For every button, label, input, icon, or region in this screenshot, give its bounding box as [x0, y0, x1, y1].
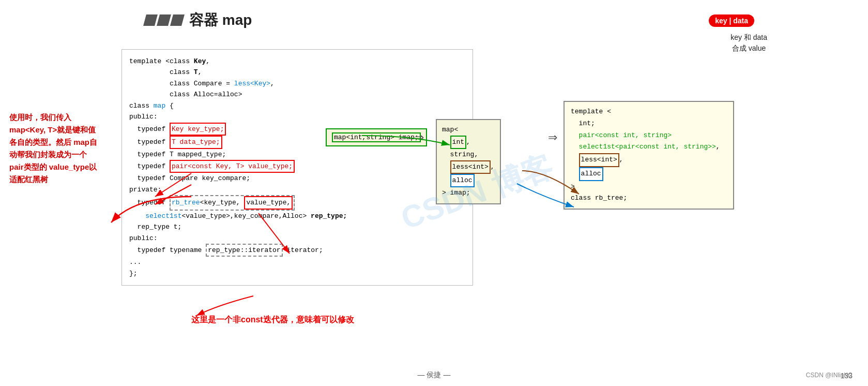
tmpl-close: > — [571, 181, 727, 193]
code-line-13b: select1st<value_type>,key_compare,Alloc>… — [129, 211, 465, 221]
bar-1 — [143, 14, 158, 26]
code-line-18: }; — [129, 268, 465, 279]
tmpl-alloc: alloc — [571, 167, 727, 181]
template-box: template < int; pair<const int, string> … — [564, 101, 734, 210]
tmpl-select: select1st<pair<const int, string>>, — [571, 141, 727, 153]
bar-3 — [170, 14, 185, 26]
code-line-9: typedef T mapped_type; — [129, 149, 465, 160]
bar-2 — [157, 14, 171, 26]
map-exp-close: > imap; — [442, 187, 495, 199]
code-line-10: typedef pair<const Key, T> value_type; — [129, 160, 465, 173]
code-line-2: class T, — [129, 67, 465, 78]
footer-center: — 侯捷 — — [418, 370, 451, 380]
code-line-4: class Alloc=alloc> — [129, 89, 465, 100]
arrow-1: ⇒ — [415, 131, 424, 144]
code-line-16: typedef typename rep_type::iterator iter… — [129, 244, 465, 257]
code-box: template <class Key, class T, class Comp… — [121, 49, 473, 286]
annotation-text: 这里是一个非const迭代器，意味着可以修改 — [191, 315, 354, 325]
tmpl-less: less<int>, — [571, 153, 727, 167]
tmpl-pair: pair<const int, string> — [571, 130, 727, 142]
tmpl-class: class rb_tree; — [571, 192, 727, 204]
footer-source: CSDN @INlinKC — [806, 372, 852, 379]
map-instance-text: map<int,string> imap; — [332, 132, 421, 142]
code-line-1: template <class Key, — [129, 56, 465, 67]
code-line-15: public: — [129, 233, 465, 244]
page-title: 容器 map — [189, 10, 252, 30]
arrow-2: ⇒ — [548, 131, 557, 144]
map-exp-string: string, — [442, 149, 495, 160]
map-instance-box: map<int,string> imap; — [326, 128, 427, 146]
code-line-14: rep_type t; — [129, 221, 465, 232]
tmpl-int: int; — [571, 118, 727, 130]
map-expanded-box: map< int, string, less<int>, alloc > ima… — [436, 119, 501, 204]
key-data-label: key 和 data 合成 value — [730, 32, 767, 54]
left-description: 使用时，我们传入 map<Key, T>就是键和值各自的类型。然后 map自动帮… — [9, 111, 100, 186]
code-line-6: public: — [129, 111, 465, 122]
code-line-12: private: — [129, 184, 465, 195]
code-line-11: typedef Compare key_compare; — [129, 173, 465, 184]
map-exp-alloc: alloc — [442, 174, 495, 187]
code-line-3: class Compare = less<Key>, — [129, 78, 465, 89]
page-container: 容器 map key | data key 和 data 合成 value 使用… — [0, 0, 868, 386]
map-exp-header: map< — [442, 124, 495, 136]
tmpl-header: template < — [571, 106, 727, 118]
code-line-17: ... — [129, 257, 465, 268]
title-decoration — [145, 14, 183, 26]
key-data-badge: key | data — [709, 14, 754, 27]
map-exp-int: int, — [442, 136, 495, 149]
map-exp-less: less<int>, — [442, 160, 495, 174]
code-line-5: class map { — [129, 100, 465, 111]
code-line-13a: typedef rb_tree<key_type, value_type, — [129, 195, 465, 210]
